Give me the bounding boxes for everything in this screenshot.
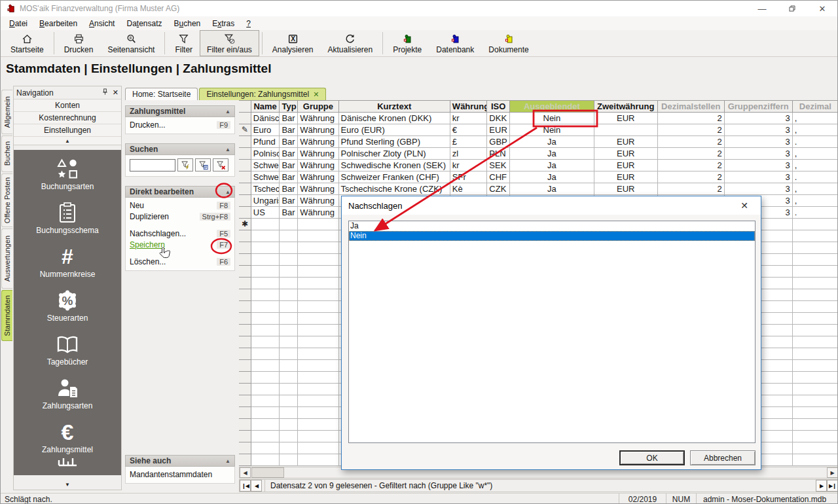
row-selector[interactable]: [239, 313, 251, 325]
row-selector[interactable]: ✎: [239, 124, 251, 136]
toolbar-dokumente[interactable]: Dokumente: [481, 30, 536, 56]
column-header-zweitwaehrung[interactable]: Zweitwährung: [594, 100, 658, 113]
cell-dezimal[interactable]: [793, 266, 838, 278]
action-loeschen[interactable]: Löschen...F6: [130, 256, 230, 267]
row-selector[interactable]: [239, 348, 251, 360]
cell-typ[interactable]: [280, 395, 298, 407]
cell-dezimal[interactable]: [793, 372, 838, 384]
cell-dezimal[interactable]: [793, 254, 838, 266]
cell-name[interactable]: [251, 407, 280, 419]
cell-dezimalstellen[interactable]: 2: [658, 160, 725, 171]
cell-name[interactable]: [251, 384, 280, 395]
action-speichern[interactable]: SpeichernF7: [130, 239, 230, 250]
cell-iso[interactable]: SEK: [487, 160, 510, 171]
cell-name[interactable]: [251, 431, 280, 442]
action-drucken[interactable]: Drucken...F9: [130, 119, 230, 130]
cell-dezimal[interactable]: ,: [793, 183, 838, 195]
row-selector[interactable]: [239, 289, 251, 301]
filter-edit-icon[interactable]: [195, 158, 211, 171]
module-tab-allgemein[interactable]: Allgemein: [1, 90, 12, 134]
cell-typ[interactable]: [280, 407, 298, 419]
cell-dezimalstellen[interactable]: 2: [658, 113, 725, 124]
cell-name[interactable]: Pfund: [251, 136, 280, 148]
cell-ausgeblendet[interactable]: Nein: [510, 113, 594, 124]
cell-typ[interactable]: [280, 219, 298, 230]
cell-ausgeblendet[interactable]: Ja: [510, 136, 594, 148]
cell-dezimal[interactable]: [793, 442, 838, 454]
cell-kurztext[interactable]: Schwedische Kronen (SEK): [339, 160, 450, 171]
cell-ausgeblendet[interactable]: Ja: [510, 171, 594, 183]
cell-dezimal[interactable]: [793, 407, 838, 419]
cell-gruppe[interactable]: [298, 419, 338, 431]
table-row[interactable]: TschecBarWährungTschechische Krone (CZK)…: [239, 183, 838, 195]
cell-kurztext[interactable]: Tschechische Krone (CZK): [339, 183, 450, 195]
cell-waehrung[interactable]: £: [450, 136, 487, 148]
cell-typ[interactable]: Bar: [280, 136, 298, 148]
nav-item-tagebuecher[interactable]: Tagebücher: [14, 325, 121, 369]
cell-gruppe[interactable]: Währung: [298, 136, 338, 148]
cell-typ[interactable]: [280, 336, 298, 348]
action-neu[interactable]: NeuF8: [130, 200, 230, 211]
column-header-waehrung[interactable]: Währung: [450, 100, 487, 113]
cell-name[interactable]: [251, 419, 280, 431]
cell-zweitwaehrung[interactable]: EUR: [594, 148, 658, 160]
cell-dezimalstellen[interactable]: 2: [658, 124, 725, 136]
row-selector[interactable]: [239, 325, 251, 336]
table-row[interactable]: SchweBarWährungSchwedische Kronen (SEK)k…: [239, 160, 838, 171]
toolbar-aktualisieren[interactable]: Aktualisieren: [321, 30, 380, 56]
cell-gruppe[interactable]: [298, 325, 338, 336]
cell-typ[interactable]: Bar: [280, 183, 298, 195]
cell-name[interactable]: [251, 325, 280, 336]
cell-name[interactable]: Tschec: [251, 183, 280, 195]
cell-name[interactable]: [251, 266, 280, 278]
collapse-icon[interactable]: ▲: [225, 109, 230, 115]
row-selector[interactable]: [239, 278, 251, 289]
cell-dezimal[interactable]: .: [793, 171, 838, 183]
restore-button[interactable]: [777, 1, 807, 16]
scroll-left-icon[interactable]: ◀: [240, 467, 251, 478]
nav-item-zahlungsmittel[interactable]: € Zahlungsmittel: [14, 413, 121, 457]
cell-waehrung[interactable]: zl: [450, 148, 487, 160]
cell-zweitwaehrung[interactable]: EUR: [594, 113, 658, 124]
section-suchen[interactable]: Suchen▲: [125, 143, 235, 155]
menu-datensatz[interactable]: Datensatz: [120, 18, 168, 29]
nav-item-steuerarten[interactable]: % Steuerarten: [14, 281, 121, 325]
cell-gruppe[interactable]: Währung: [298, 160, 338, 171]
nav-item-zahlungsarten[interactable]: Zahlungsarten: [14, 369, 121, 413]
toolbar-filter[interactable]: Filter: [168, 30, 200, 56]
nav-button-konten[interactable]: Konten: [14, 99, 121, 112]
cell-gruppe[interactable]: Währung: [298, 113, 338, 124]
cell-gruppe[interactable]: [298, 348, 338, 360]
table-row[interactable]: SchweiBarWährungSchweizer Franken (CHF)S…: [239, 171, 838, 183]
cell-gruppe[interactable]: [298, 219, 338, 230]
cell-waehrung[interactable]: kr: [450, 113, 487, 124]
toolbar-datenbank[interactable]: Datenbank: [429, 30, 481, 56]
cell-typ[interactable]: [280, 301, 298, 313]
cell-dezimal[interactable]: ,: [793, 160, 838, 171]
cell-name[interactable]: [251, 395, 280, 407]
record-last-icon[interactable]: ▶❙: [827, 480, 838, 492]
cell-typ[interactable]: [280, 289, 298, 301]
lookup-option-nein[interactable]: Nein: [349, 231, 755, 241]
column-header-kurztext[interactable]: Kurztext: [339, 100, 450, 113]
cell-gruppe[interactable]: [298, 242, 338, 254]
link-mandantenstammdaten[interactable]: Mandantenstammdaten: [130, 469, 230, 480]
cell-dezimal[interactable]: ,: [793, 113, 838, 124]
cell-zweitwaehrung[interactable]: EUR: [594, 136, 658, 148]
cell-gruppe[interactable]: Währung: [298, 171, 338, 183]
row-selector[interactable]: [239, 254, 251, 266]
cell-gruppe[interactable]: [298, 289, 338, 301]
cell-name[interactable]: [251, 289, 280, 301]
nav-scroll-up-icon[interactable]: ▲: [14, 137, 121, 145]
row-selector[interactable]: [239, 171, 251, 183]
menu-extras[interactable]: Extras: [206, 18, 240, 29]
cell-name[interactable]: Dänisc: [251, 113, 280, 124]
row-selector[interactable]: [239, 372, 251, 384]
cell-typ[interactable]: [280, 230, 298, 242]
cell-typ[interactable]: [280, 278, 298, 289]
row-selector[interactable]: [239, 195, 251, 207]
cell-typ[interactable]: [280, 325, 298, 336]
column-header-ausgeblendet[interactable]: Ausgeblendet: [510, 100, 594, 113]
filter-apply-icon[interactable]: [177, 158, 193, 171]
cell-gruppe[interactable]: [298, 454, 338, 466]
